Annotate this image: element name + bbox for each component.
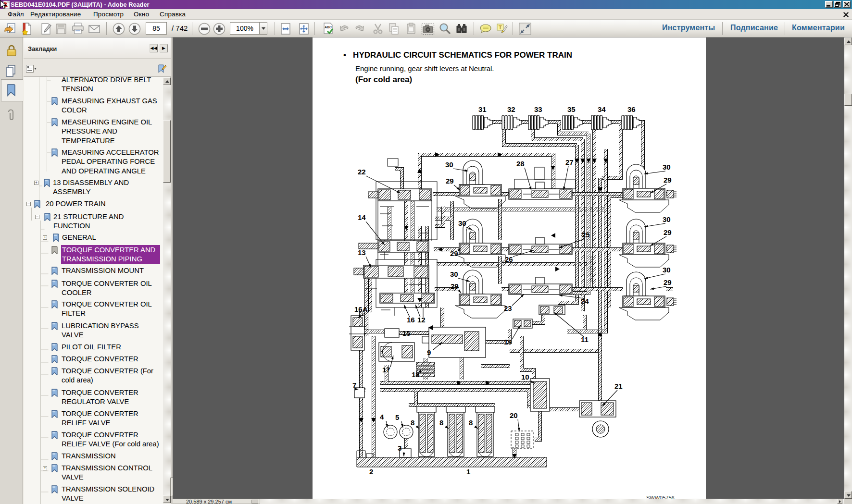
svg-text:34: 34: [598, 105, 606, 113]
svg-text:10: 10: [521, 373, 529, 381]
svg-text:8: 8: [411, 418, 414, 427]
svg-text:19: 19: [504, 338, 512, 346]
svg-text:27: 27: [565, 158, 574, 166]
svg-text:7: 7: [352, 381, 356, 389]
svg-text:30: 30: [663, 215, 671, 223]
svg-text:25: 25: [582, 231, 590, 239]
svg-text:30: 30: [458, 219, 466, 227]
svg-text:9: 9: [427, 348, 431, 356]
svg-text:36: 36: [627, 105, 636, 113]
svg-text:1: 1: [466, 467, 470, 476]
svg-text:29: 29: [664, 176, 672, 184]
svg-text:4: 4: [380, 413, 384, 421]
svg-text:30: 30: [663, 266, 671, 274]
svg-text:33: 33: [534, 105, 542, 113]
svg-text:14: 14: [358, 213, 366, 221]
svg-text:26: 26: [505, 255, 513, 263]
svg-text:21: 21: [614, 382, 623, 390]
svg-text:35: 35: [567, 105, 576, 113]
svg-text:2: 2: [369, 467, 373, 476]
svg-text:8: 8: [469, 418, 473, 427]
svg-text:13: 13: [358, 248, 366, 257]
svg-text:28: 28: [516, 160, 525, 168]
svg-text:ABC: ABC: [325, 25, 332, 29]
svg-text:16: 16: [407, 316, 415, 324]
svg-text:8: 8: [439, 418, 443, 427]
svg-text:20: 20: [510, 411, 518, 419]
svg-text:22: 22: [358, 168, 366, 176]
svg-text:29: 29: [450, 249, 458, 258]
svg-text:29: 29: [446, 177, 454, 185]
svg-text:12: 12: [417, 316, 426, 324]
svg-text:T: T: [499, 25, 502, 30]
svg-text:30: 30: [445, 160, 453, 169]
svg-text:29: 29: [664, 278, 672, 286]
svg-text:31: 31: [478, 105, 487, 113]
svg-text:11: 11: [581, 335, 589, 344]
svg-text:30: 30: [663, 163, 671, 171]
svg-text:32: 32: [507, 105, 515, 113]
svg-text:5: 5: [395, 413, 399, 421]
svg-text:3: 3: [398, 444, 401, 452]
svg-text:30: 30: [450, 270, 458, 278]
svg-text:23: 23: [504, 304, 512, 312]
svg-text:16A: 16A: [354, 305, 368, 313]
svg-text:18: 18: [412, 370, 420, 379]
svg-text:29: 29: [451, 282, 459, 290]
svg-text:15: 15: [402, 329, 411, 337]
svg-text:29: 29: [664, 228, 672, 236]
svg-text:17: 17: [382, 366, 390, 374]
